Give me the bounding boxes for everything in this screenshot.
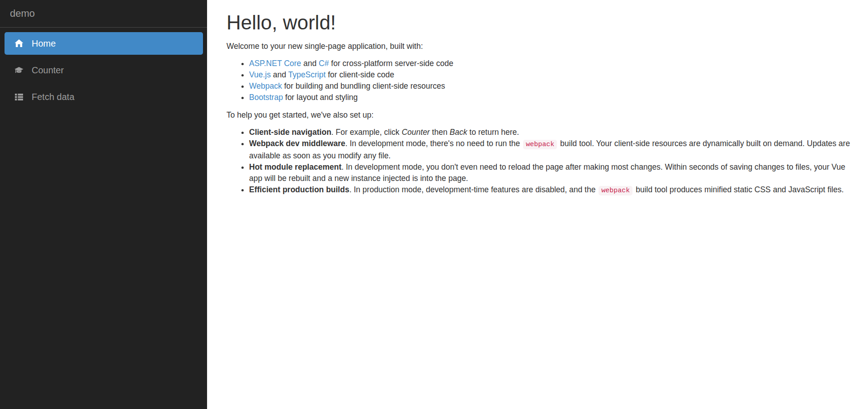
- list-item: Webpack dev middleware. In development m…: [249, 138, 856, 162]
- text-segment: for client-side code: [326, 70, 394, 79]
- graduation-cap-icon: [14, 65, 24, 75]
- sidebar-item-counter[interactable]: Counter: [5, 59, 203, 81]
- inline-link[interactable]: Webpack: [249, 81, 282, 90]
- text-segment: to return here.: [467, 128, 519, 137]
- app-brand-link[interactable]: demo: [10, 8, 35, 19]
- page-title: Hello, world!: [226, 11, 856, 34]
- sidebar: demo Home Counter: [0, 0, 207, 409]
- intro-paragraph: Welcome to your new single-page applicat…: [226, 41, 856, 52]
- sidebar-header: demo: [0, 0, 207, 28]
- list-item: Efficient production builds. In producti…: [249, 184, 856, 196]
- tech-list: ASP.NET Core and C# for cross-platform s…: [226, 58, 856, 103]
- text-segment: . In production mode, development-time f…: [349, 185, 598, 194]
- text-segment: and: [271, 70, 288, 79]
- list-item: Webpack for building and bundling client…: [249, 81, 856, 92]
- inline-link[interactable]: Vue.js: [249, 70, 271, 79]
- bold-text: Efficient production builds: [249, 185, 349, 194]
- code-snippet: webpack: [599, 186, 632, 195]
- text-segment: for building and bundling client-side re…: [282, 81, 445, 90]
- sidebar-item-label: Home: [32, 38, 56, 49]
- inline-link[interactable]: TypeScript: [288, 70, 326, 79]
- list-item: Vue.js and TypeScript for client-side co…: [249, 69, 856, 81]
- italic-text: Counter: [401, 128, 429, 137]
- list-item: Hot module replacement. In development m…: [249, 162, 856, 184]
- th-list-icon: [14, 92, 24, 102]
- code-snippet: webpack: [523, 140, 557, 149]
- list-item: Bootstrap for layout and styling: [249, 92, 856, 103]
- text-segment: for cross-platform server-side code: [329, 59, 453, 68]
- text-segment: and: [301, 59, 319, 68]
- sidebar-item-home[interactable]: Home: [5, 32, 203, 55]
- sidebar-item-label: Fetch data: [32, 92, 75, 102]
- text-segment: build tool produces minified static CSS …: [633, 185, 844, 194]
- text-segment: . In development mode, there's no need t…: [345, 139, 523, 148]
- main-content: Hello, world! Welcome to your new single…: [207, 0, 868, 409]
- bold-text: Client-side navigation: [249, 128, 331, 137]
- setup-list: Client-side navigation. For example, cli…: [226, 127, 856, 196]
- text-segment: then: [430, 128, 450, 137]
- list-item: ASP.NET Core and C# for cross-platform s…: [249, 58, 856, 69]
- sidebar-item-label: Counter: [32, 65, 64, 76]
- app-window: demo Home Counter: [0, 0, 868, 409]
- italic-text: Back: [450, 128, 467, 137]
- bold-text: Webpack dev middleware: [249, 139, 345, 148]
- setup-paragraph: To help you get started, we've also set …: [226, 109, 856, 121]
- text-segment: for layout and styling: [283, 93, 358, 102]
- bold-text: Hot module replacement: [249, 162, 341, 171]
- inline-link[interactable]: Bootstrap: [249, 93, 283, 102]
- inline-link[interactable]: ASP.NET Core: [249, 59, 301, 68]
- text-segment: . For example, click: [331, 128, 402, 137]
- sidebar-nav: Home Counter: [0, 32, 207, 108]
- list-item: Client-side navigation. For example, cli…: [249, 127, 856, 138]
- home-icon: [14, 38, 24, 48]
- sidebar-item-fetch-data[interactable]: Fetch data: [5, 86, 203, 108]
- inline-link[interactable]: C#: [319, 59, 329, 68]
